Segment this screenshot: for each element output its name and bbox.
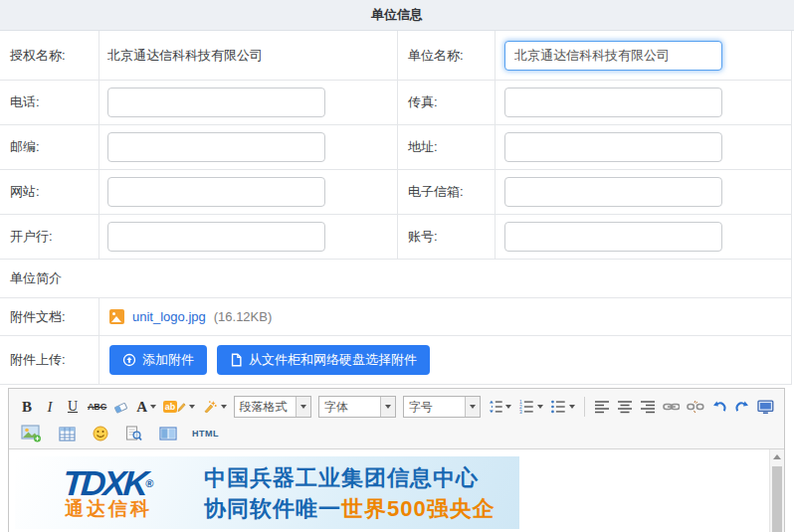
line-height-button[interactable] [486,396,514,418]
attachment-upload-label: 附件上传: [0,336,99,384]
select-arrow-icon [380,397,395,417]
insert-table-button[interactable] [57,423,78,444]
remove-link-button[interactable] [685,396,706,418]
phone-input[interactable] [107,88,325,117]
emoticon-button[interactable] [91,423,110,444]
attachment-doc-label: 附件文档: [0,298,99,335]
font-family-select[interactable]: 字体 [318,396,396,418]
html-source-button[interactable]: HTML [192,429,219,439]
form-row-website-email: 网站: 电子信箱: [0,170,791,215]
bold-button[interactable]: B [17,396,37,418]
fax-input[interactable] [504,88,722,117]
form-row-bank-account: 开户行: 账号: [0,215,791,260]
image-file-icon [109,309,124,324]
bank-input[interactable] [107,222,325,252]
align-center-button[interactable] [615,396,635,418]
select-from-cabinet-label: 从文件柜和网络硬盘选择附件 [249,351,417,369]
address-label: 地址: [398,125,496,169]
attachment-doc-row: 附件文档: unit_logo.jpg (16.12KB) [0,298,791,336]
eraser-button[interactable] [111,396,131,418]
attachment-file-size: (16.12KB) [214,309,273,324]
pencil-icon [177,402,186,413]
tdxk-logo-text: TDXK [62,463,147,502]
tdxk-logo: TDXK® 通达信科 [15,466,202,520]
highlight-color-button[interactable]: ab [161,396,197,418]
select-arrow-icon [296,397,310,417]
unordered-list-button[interactable] [548,396,577,418]
editor-scrollbar[interactable] [769,449,784,532]
form-row-zip-address: 邮编: 地址: [0,125,791,170]
scroll-up-arrow-icon[interactable] [770,449,784,464]
fullscreen-button[interactable] [755,396,776,418]
add-attachment-label: 添加附件 [142,351,194,369]
zip-label: 邮编: [0,125,99,169]
unit-intro-label: 单位简介 [0,260,791,298]
email-input[interactable] [504,177,722,207]
unit-info-form: 授权名称: 北京通达信科科技有限公司 单位名称: 电话: 传真: 邮编: 地址:… [0,31,792,385]
toolbar-row-2: HTML [17,421,776,446]
add-attachment-button[interactable]: 添加附件 [109,345,207,375]
select-arrow-icon [465,397,480,417]
highlight-icon: ab [163,401,178,413]
undo-button[interactable] [709,396,729,418]
document-icon [230,353,243,367]
phone-label: 电话: [0,81,99,124]
underline-button[interactable]: U [63,396,83,418]
attachment-file-link[interactable]: unit_logo.jpg [132,309,206,324]
toolbar-separator [584,397,585,417]
banner-slogan-line1: 中国兵器工业集团信息中心 [204,462,519,493]
preview-button[interactable] [123,423,144,444]
font-color-caret-icon [150,405,156,409]
layout-split-button[interactable] [157,423,179,444]
form-row-phone-fax: 电话: 传真: [0,81,791,125]
insert-link-button[interactable] [661,396,683,418]
unit-name-label: 单位名称: [398,31,496,80]
page-title: 单位信息 [371,6,423,24]
italic-button[interactable]: I [40,396,60,418]
redo-button[interactable] [732,396,752,418]
unit-info-page: 单位信息 授权名称: 北京通达信科科技有限公司 单位名称: 电话: 传真: 邮编… [0,0,794,532]
editor-banner-image[interactable]: TDXK® 通达信科 中国兵器工业集团信息中心 协同软件唯一世界500强央企 [15,456,519,529]
website-label: 网站: [0,170,99,214]
banner-slogan: 中国兵器工业集团信息中心 协同软件唯一世界500强央企 [202,462,519,524]
sparkle-brush-icon [202,399,218,415]
auth-name-label: 授权名称: [0,31,99,80]
account-label: 账号: [398,215,496,259]
email-label: 电子信箱: [398,170,496,214]
form-row-name: 授权名称: 北京通达信科科技有限公司 单位名称: [0,31,791,81]
registered-mark: ® [145,477,154,489]
zip-input[interactable] [107,132,325,162]
editor-toolbar: B I U ABC A ab [9,389,784,449]
attachment-upload-row: 附件上传: 添加附件 从文件柜和网络硬盘选择附件 [0,336,791,385]
svg-text:3: 3 [519,410,522,415]
font-size-select[interactable]: 字号 [403,396,481,418]
align-left-button[interactable] [592,396,612,418]
strikethrough-button[interactable]: ABC [86,396,108,418]
editor-content-area[interactable]: TDXK® 通达信科 中国兵器工业集团信息中心 协同软件唯一世界500强央企 [9,449,784,532]
font-color-button[interactable]: A [134,396,158,418]
banner-slogan-line2: 协同软件唯一世界500强央企 [204,493,519,524]
ordered-list-button[interactable]: 123 [516,396,545,418]
rich-text-editor: B I U ABC A ab [8,388,785,532]
bank-label: 开户行: [0,215,99,259]
paragraph-format-select[interactable]: 段落格式 [234,396,311,418]
fax-label: 传真: [398,81,496,124]
align-right-button[interactable] [638,396,658,418]
address-input[interactable] [504,132,722,162]
select-from-cabinet-button[interactable]: 从文件柜和网络硬盘选择附件 [217,345,430,375]
unit-name-input[interactable] [504,41,722,71]
toolbar-row-1: B I U ABC A ab [17,393,776,421]
page-title-bar: 单位信息 [0,0,794,31]
scrollbar-thumb[interactable] [772,466,782,532]
auth-name-value: 北京通达信科科技有限公司 [107,47,263,65]
insert-image-button[interactable] [19,423,44,444]
website-input[interactable] [107,177,325,207]
format-brush-button[interactable] [200,396,229,418]
account-input[interactable] [504,222,722,252]
cloud-upload-icon [122,353,136,367]
